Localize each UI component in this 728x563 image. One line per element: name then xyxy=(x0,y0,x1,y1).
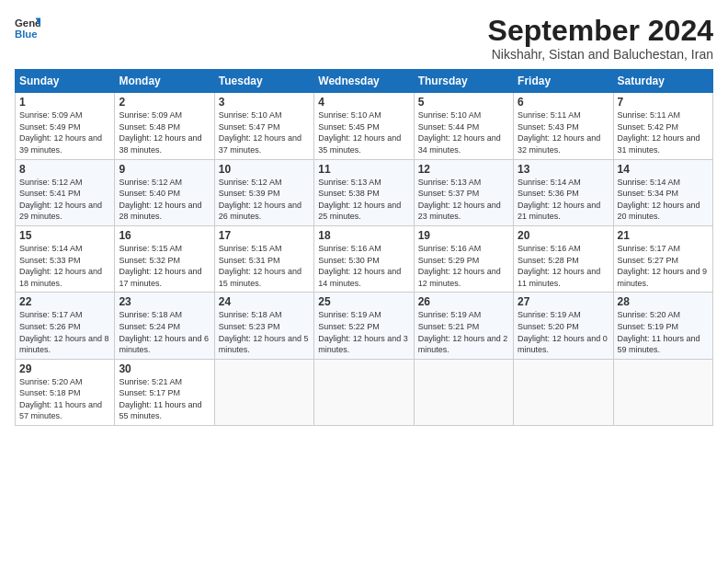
day-info: Sunrise: 5:11 AM Sunset: 5:42 PM Dayligh… xyxy=(618,109,709,155)
calendar-cell: 12 Sunrise: 5:13 AM Sunset: 5:37 PM Dayl… xyxy=(414,159,513,225)
day-number: 29 xyxy=(19,362,110,375)
day-info: Sunrise: 5:09 AM Sunset: 5:48 PM Dayligh… xyxy=(119,109,210,155)
day-number: 21 xyxy=(618,229,709,242)
weekday-header-thursday: Thursday xyxy=(414,70,513,93)
day-number: 27 xyxy=(518,295,609,308)
calendar-cell: 16 Sunrise: 5:15 AM Sunset: 5:32 PM Dayl… xyxy=(115,225,214,292)
calendar-cell: 6 Sunrise: 5:11 AM Sunset: 5:43 PM Dayli… xyxy=(514,93,613,159)
day-number: 10 xyxy=(219,163,310,176)
calendar-cell: 17 Sunrise: 5:15 AM Sunset: 5:31 PM Dayl… xyxy=(214,225,313,292)
day-number: 4 xyxy=(318,96,409,109)
calendar-cell: 27 Sunrise: 5:19 AM Sunset: 5:20 PM Dayl… xyxy=(514,293,613,359)
day-info: Sunrise: 5:21 AM Sunset: 5:17 PM Dayligh… xyxy=(119,376,210,422)
calendar-cell: 1 Sunrise: 5:09 AM Sunset: 5:49 PM Dayli… xyxy=(16,93,115,159)
day-info: Sunrise: 5:12 AM Sunset: 5:40 PM Dayligh… xyxy=(119,177,210,223)
calendar-cell: 13 Sunrise: 5:14 AM Sunset: 5:36 PM Dayl… xyxy=(514,159,613,225)
calendar-cell: 15 Sunrise: 5:14 AM Sunset: 5:33 PM Dayl… xyxy=(16,225,115,292)
day-info: Sunrise: 5:19 AM Sunset: 5:22 PM Dayligh… xyxy=(318,309,409,355)
day-info: Sunrise: 5:12 AM Sunset: 5:41 PM Dayligh… xyxy=(19,177,110,223)
day-number: 22 xyxy=(19,295,110,308)
calendar-cell: 10 Sunrise: 5:12 AM Sunset: 5:39 PM Dayl… xyxy=(214,159,313,225)
calendar-week-5: 29 Sunrise: 5:20 AM Sunset: 5:18 PM Dayl… xyxy=(16,359,713,425)
day-info: Sunrise: 5:14 AM Sunset: 5:36 PM Dayligh… xyxy=(518,177,609,223)
day-number: 14 xyxy=(618,163,709,176)
day-number: 1 xyxy=(19,96,110,109)
day-number: 11 xyxy=(318,163,409,176)
day-info: Sunrise: 5:11 AM Sunset: 5:43 PM Dayligh… xyxy=(518,109,609,155)
calendar-cell: 2 Sunrise: 5:09 AM Sunset: 5:48 PM Dayli… xyxy=(115,93,214,159)
day-info: Sunrise: 5:09 AM Sunset: 5:49 PM Dayligh… xyxy=(19,109,110,155)
calendar-cell: 8 Sunrise: 5:12 AM Sunset: 5:41 PM Dayli… xyxy=(16,159,115,225)
weekday-header-wednesday: Wednesday xyxy=(314,70,414,93)
day-number: 5 xyxy=(418,96,509,109)
calendar-cell: 26 Sunrise: 5:19 AM Sunset: 5:21 PM Dayl… xyxy=(414,293,513,359)
day-number: 15 xyxy=(19,229,110,242)
day-info: Sunrise: 5:10 AM Sunset: 5:44 PM Dayligh… xyxy=(418,109,509,155)
day-info: Sunrise: 5:13 AM Sunset: 5:37 PM Dayligh… xyxy=(418,177,509,223)
day-number: 17 xyxy=(219,229,310,242)
day-info: Sunrise: 5:16 AM Sunset: 5:30 PM Dayligh… xyxy=(318,243,409,289)
calendar-cell: 21 Sunrise: 5:17 AM Sunset: 5:27 PM Dayl… xyxy=(613,225,712,292)
day-number: 3 xyxy=(219,96,310,109)
calendar-cell: 25 Sunrise: 5:19 AM Sunset: 5:22 PM Dayl… xyxy=(314,293,414,359)
day-number: 26 xyxy=(418,295,509,308)
calendar-cell: 29 Sunrise: 5:20 AM Sunset: 5:18 PM Dayl… xyxy=(16,359,115,425)
logo-icon: General Blue xyxy=(15,15,40,40)
calendar-cell: 20 Sunrise: 5:16 AM Sunset: 5:28 PM Dayl… xyxy=(514,225,613,292)
day-info: Sunrise: 5:17 AM Sunset: 5:26 PM Dayligh… xyxy=(19,309,110,355)
calendar-cell xyxy=(514,359,613,425)
day-number: 19 xyxy=(418,229,509,242)
calendar-table: SundayMondayTuesdayWednesdayThursdayFrid… xyxy=(15,69,713,426)
day-number: 13 xyxy=(518,163,609,176)
day-number: 16 xyxy=(119,229,210,242)
calendar-cell: 11 Sunrise: 5:13 AM Sunset: 5:38 PM Dayl… xyxy=(314,159,414,225)
day-info: Sunrise: 5:17 AM Sunset: 5:27 PM Dayligh… xyxy=(618,243,709,289)
header: General Blue September 2024 Nikshahr, Si… xyxy=(15,15,713,62)
day-number: 28 xyxy=(618,295,709,308)
day-info: Sunrise: 5:10 AM Sunset: 5:47 PM Dayligh… xyxy=(219,109,310,155)
calendar-cell xyxy=(314,359,414,425)
day-number: 30 xyxy=(119,362,210,375)
day-info: Sunrise: 5:15 AM Sunset: 5:32 PM Dayligh… xyxy=(119,243,210,289)
day-number: 18 xyxy=(318,229,409,242)
day-number: 20 xyxy=(518,229,609,242)
calendar-week-3: 15 Sunrise: 5:14 AM Sunset: 5:33 PM Dayl… xyxy=(16,225,713,292)
calendar-cell: 3 Sunrise: 5:10 AM Sunset: 5:47 PM Dayli… xyxy=(214,93,313,159)
calendar-cell xyxy=(613,359,712,425)
day-info: Sunrise: 5:15 AM Sunset: 5:31 PM Dayligh… xyxy=(219,243,310,289)
calendar-cell: 5 Sunrise: 5:10 AM Sunset: 5:44 PM Dayli… xyxy=(414,93,513,159)
title-block: September 2024 Nikshahr, Sistan and Balu… xyxy=(488,15,713,62)
day-number: 9 xyxy=(119,163,210,176)
weekday-header-friday: Friday xyxy=(514,70,613,93)
calendar-week-1: 1 Sunrise: 5:09 AM Sunset: 5:49 PM Dayli… xyxy=(16,93,713,159)
calendar-cell: 22 Sunrise: 5:17 AM Sunset: 5:26 PM Dayl… xyxy=(16,293,115,359)
day-number: 7 xyxy=(618,96,709,109)
day-number: 23 xyxy=(119,295,210,308)
day-info: Sunrise: 5:16 AM Sunset: 5:28 PM Dayligh… xyxy=(518,243,609,289)
calendar-cell: 4 Sunrise: 5:10 AM Sunset: 5:45 PM Dayli… xyxy=(314,93,414,159)
calendar-cell: 19 Sunrise: 5:16 AM Sunset: 5:29 PM Dayl… xyxy=(414,225,513,292)
day-info: Sunrise: 5:16 AM Sunset: 5:29 PM Dayligh… xyxy=(418,243,509,289)
day-info: Sunrise: 5:14 AM Sunset: 5:33 PM Dayligh… xyxy=(19,243,110,289)
calendar-cell xyxy=(214,359,313,425)
weekday-header-row: SundayMondayTuesdayWednesdayThursdayFrid… xyxy=(16,70,713,93)
logo: General Blue xyxy=(15,15,40,40)
day-info: Sunrise: 5:10 AM Sunset: 5:45 PM Dayligh… xyxy=(318,109,409,155)
weekday-header-monday: Monday xyxy=(115,70,214,93)
calendar-cell: 14 Sunrise: 5:14 AM Sunset: 5:34 PM Dayl… xyxy=(613,159,712,225)
calendar-cell: 24 Sunrise: 5:18 AM Sunset: 5:23 PM Dayl… xyxy=(214,293,313,359)
day-info: Sunrise: 5:13 AM Sunset: 5:38 PM Dayligh… xyxy=(318,177,409,223)
calendar-cell: 30 Sunrise: 5:21 AM Sunset: 5:17 PM Dayl… xyxy=(115,359,214,425)
day-info: Sunrise: 5:18 AM Sunset: 5:24 PM Dayligh… xyxy=(119,309,210,355)
calendar-cell: 9 Sunrise: 5:12 AM Sunset: 5:40 PM Dayli… xyxy=(115,159,214,225)
weekday-header-tuesday: Tuesday xyxy=(214,70,313,93)
calendar-week-2: 8 Sunrise: 5:12 AM Sunset: 5:41 PM Dayli… xyxy=(16,159,713,225)
day-info: Sunrise: 5:19 AM Sunset: 5:21 PM Dayligh… xyxy=(418,309,509,355)
subtitle: Nikshahr, Sistan and Baluchestan, Iran xyxy=(488,47,713,62)
day-info: Sunrise: 5:14 AM Sunset: 5:34 PM Dayligh… xyxy=(618,177,709,223)
day-info: Sunrise: 5:19 AM Sunset: 5:20 PM Dayligh… xyxy=(518,309,609,355)
day-info: Sunrise: 5:20 AM Sunset: 5:18 PM Dayligh… xyxy=(19,376,110,422)
month-title: September 2024 xyxy=(488,15,713,47)
day-number: 12 xyxy=(418,163,509,176)
day-number: 8 xyxy=(19,163,110,176)
